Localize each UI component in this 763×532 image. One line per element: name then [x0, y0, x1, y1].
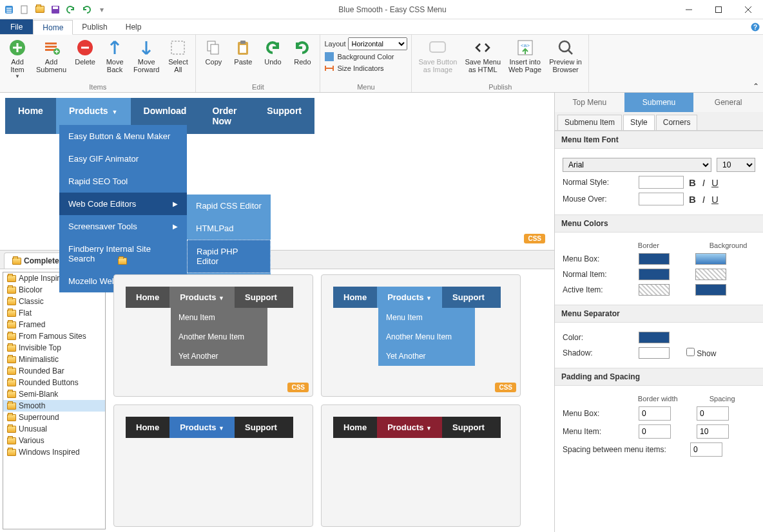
close-button[interactable]: [733, 0, 763, 19]
sep-color-label: Color:: [563, 333, 633, 342]
insert-page-button[interactable]: <a>Insert into Web Page: [506, 36, 544, 75]
menuitem-spacing-input[interactable]: [697, 424, 729, 439]
side-tab-topmenu[interactable]: Top Menu: [555, 93, 624, 112]
active-bg-swatch[interactable]: [695, 284, 726, 296]
tpl-tree-item[interactable]: Flat: [3, 307, 105, 319]
menuitem-borderw-input[interactable]: [639, 424, 671, 439]
sep-color-swatch[interactable]: [639, 332, 670, 343]
ribbon-collapse-button[interactable]: ⌃: [753, 82, 759, 91]
qat-redo-icon[interactable]: [80, 3, 93, 16]
add-item-button[interactable]: Add Item▼: [4, 36, 31, 81]
minimize-button[interactable]: [674, 0, 704, 19]
qat-undo-icon[interactable]: [64, 3, 77, 16]
tab-publish[interactable]: Publish: [73, 19, 116, 34]
qat-new-icon[interactable]: [18, 3, 31, 16]
copy-button[interactable]: Copy: [200, 36, 227, 67]
qat-menu-icon[interactable]: [3, 3, 15, 16]
delete-button[interactable]: Delete: [72, 36, 99, 67]
submenu-item[interactable]: Screensaver Tools▶: [59, 215, 187, 238]
template-previews[interactable]: HomeProducts ▼SupportMenu ItemAnother Me…: [108, 269, 554, 532]
template-tree[interactable]: Apple InspiredBicolorClassicFlatFramedFr…: [3, 272, 106, 529]
undo-button[interactable]: Undo: [259, 36, 286, 67]
italic-button[interactable]: I: [702, 194, 705, 205]
save-html-button[interactable]: Save Menu as HTML: [462, 36, 503, 75]
submenu-item[interactable]: Easy Button & Menu Maker: [59, 125, 187, 147]
side-tab2-item[interactable]: Submenu Item: [557, 115, 622, 130]
qat-dropdown-icon[interactable]: ▾: [95, 3, 108, 16]
save-image-button[interactable]: Save Button as Image: [416, 36, 459, 75]
bold-button[interactable]: B: [689, 194, 696, 205]
tpl-tree-item[interactable]: Various: [3, 435, 105, 446]
tab-home[interactable]: Home: [33, 20, 73, 35]
font-size-select[interactable]: 10: [717, 158, 755, 172]
help-icon[interactable]: ?: [748, 19, 763, 34]
submenu-item[interactable]: Rapid SEO Tool: [59, 170, 187, 193]
submenu2-item[interactable]: Rapid PHP Editor: [187, 240, 271, 273]
tpl-tree-item[interactable]: Framed: [3, 319, 105, 330]
template-card[interactable]: HomeProducts ▼SupportMenu ItemAnother Me…: [113, 274, 313, 397]
underline-button[interactable]: U: [711, 177, 719, 188]
active-border-swatch[interactable]: [639, 284, 670, 296]
template-card[interactable]: HomeProducts ▼Support: [113, 404, 313, 527]
underline-button[interactable]: U: [711, 194, 719, 205]
menubox-borderw-input[interactable]: [639, 406, 671, 421]
file-tab[interactable]: File: [0, 19, 33, 34]
side-tab2-style[interactable]: Style: [623, 115, 655, 130]
layout-select[interactable]: Horizontal: [348, 37, 407, 50]
normal-style-input[interactable]: [639, 176, 684, 189]
maximize-button[interactable]: [704, 0, 733, 19]
qat-save-icon[interactable]: [49, 3, 62, 16]
side-tab-submenu[interactable]: Submenu: [624, 93, 694, 112]
bold-button[interactable]: B: [689, 177, 696, 188]
normal-border-swatch[interactable]: [639, 269, 670, 280]
tpl-tree-item[interactable]: Smooth: [3, 400, 105, 412]
between-spacing-input[interactable]: [690, 442, 722, 457]
css-badge: CSS: [524, 234, 545, 243]
sep-show-checkbox[interactable]: [686, 348, 695, 356]
submenu-item[interactable]: Easy GIF Animator: [59, 147, 187, 170]
preview-menu-support[interactable]: Support: [254, 98, 314, 134]
template-card[interactable]: HomeProducts ▼Support: [321, 404, 521, 527]
tpl-tree-item[interactable]: Invisible Top: [3, 342, 105, 354]
tpl-tree-item[interactable]: Rounded Buttons: [3, 377, 105, 388]
tpl-tree-item[interactable]: Rounded Bar: [3, 365, 105, 377]
tpl-tree-item[interactable]: Minimalistic: [3, 354, 105, 365]
submenu2-item[interactable]: Rapid CSS Editor: [187, 195, 271, 217]
menubox-bg-swatch[interactable]: [695, 253, 726, 265]
preview-menu-home[interactable]: Home: [5, 98, 56, 134]
submenu-item[interactable]: Web Code Editors▶: [59, 193, 187, 215]
italic-button[interactable]: I: [702, 177, 705, 188]
svg-point-37: [559, 41, 570, 52]
redo-button[interactable]: Redo: [289, 36, 316, 67]
active-item-label: Active Item:: [563, 285, 633, 294]
qat-open-icon[interactable]: [34, 3, 46, 16]
tpl-tree-item[interactable]: Semi-Blank: [3, 388, 105, 400]
bg-color-button[interactable]: Background Color: [324, 52, 407, 62]
template-card[interactable]: HomeProducts ▼SupportMenu ItemAnother Me…: [321, 274, 521, 397]
tab-help[interactable]: Help: [117, 19, 151, 34]
sep-shadow-swatch[interactable]: [639, 347, 670, 359]
submenu2-item[interactable]: HTMLPad: [187, 217, 271, 240]
tpl-tree-item[interactable]: Windows Inspired: [3, 446, 105, 458]
menubox-border-swatch[interactable]: [639, 253, 670, 265]
tpl-tree-item[interactable]: Unusual: [3, 423, 105, 435]
tpl-tree-item[interactable]: From Famous Sites: [3, 330, 105, 342]
font-family-select[interactable]: Arial: [563, 158, 711, 172]
preview-browser-button[interactable]: Preview in Browser: [546, 36, 584, 75]
side-tab-general[interactable]: General: [693, 93, 763, 112]
tpl-tree-item[interactable]: Superround: [3, 412, 105, 423]
paste-button[interactable]: Paste: [229, 36, 256, 67]
add-submenu-button[interactable]: Add Submenu: [34, 36, 69, 75]
select-all-button[interactable]: Select All: [164, 36, 191, 75]
normal-bg-swatch[interactable]: [695, 269, 726, 280]
tpl-tree-item[interactable]: Classic: [3, 296, 105, 307]
size-indicators-button[interactable]: Size Indicators: [324, 63, 407, 73]
move-back-button[interactable]: Move Back: [101, 36, 128, 75]
ribbon-group-menu: Menu: [324, 83, 407, 92]
mouseover-style-input[interactable]: [639, 193, 684, 205]
preview-menu-order[interactable]: Order Now: [199, 98, 254, 134]
side-tab2-corners[interactable]: Corners: [656, 115, 698, 130]
submenu-item[interactable]: Findberry Internal Site Search: [59, 238, 187, 270]
menubox-spacing-input[interactable]: [697, 406, 729, 421]
move-forward-button[interactable]: Move Forward: [131, 36, 162, 75]
